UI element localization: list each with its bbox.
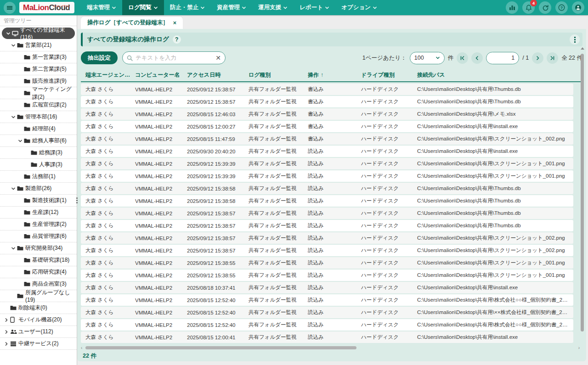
- table-row[interactable]: 大森 さくらVMMAL-HELP22025/09/12 15:38:58共有フォ…: [81, 195, 573, 207]
- cell-6: C:\Users\malion\Desktop\共有用\スクリーンショット_00…: [417, 247, 573, 254]
- tree-item-6[interactable]: 広報宣伝課(2): [0, 99, 77, 111]
- table-row[interactable]: 大森 さくらVMMAL-HELP22025/08/15 12:52:40共有フォ…: [81, 319, 573, 331]
- column-header-3[interactable]: ログ種別: [249, 71, 308, 79]
- table-row[interactable]: 大森 さくらVMMAL-HELP22025/09/12 15:39:39共有フォ…: [81, 170, 573, 182]
- chevron-down-icon[interactable]: [10, 186, 17, 191]
- page-number-input[interactable]: [491, 55, 514, 61]
- account-icon[interactable]: [572, 1, 584, 14]
- tree-item-9[interactable]: 総務人事部(6): [0, 135, 77, 147]
- table-row[interactable]: 大森 さくらVMMAL-HELP22025/09/30 20:40:20共有フォ…: [81, 146, 573, 157]
- table-row[interactable]: 大森 さくらVMMAL-HELP22025/09/12 15:38:57共有フォ…: [81, 245, 573, 256]
- hscroll-left-icon[interactable]: ‹: [81, 345, 82, 350]
- per-page-select[interactable]: 100: [410, 52, 445, 64]
- table-row[interactable]: 大森 さくらVMMAL-HELP22025/08/15 12:00:27共有フォ…: [81, 121, 573, 132]
- prev-page-button[interactable]: [471, 52, 483, 64]
- table-row[interactable]: 大森 さくらVMMAL-HELP22025/09/12 15:38:57共有フォ…: [81, 84, 573, 95]
- tree-item-23[interactable]: 削除端末(0): [0, 302, 77, 314]
- refresh-icon[interactable]: [539, 1, 551, 14]
- chevron-right-icon[interactable]: [3, 318, 10, 322]
- table-row[interactable]: 大森 さくらVMMAL-HELP22025/08/15 12:46:03共有フォ…: [81, 108, 573, 120]
- tree-item-10[interactable]: 総務課(3): [0, 147, 77, 159]
- column-header-6[interactable]: 接続先パス: [417, 71, 573, 79]
- cell-5: ハードディスク: [361, 173, 417, 180]
- tab-label: 操作ログ［すべての登録端末］: [87, 19, 169, 27]
- tree-item-14[interactable]: 製造技術課(1): [0, 195, 77, 207]
- horizontal-scrollbar[interactable]: ‹ ›: [81, 345, 573, 350]
- help-icon[interactable]: ?: [555, 1, 568, 14]
- last-page-button[interactable]: [547, 52, 558, 64]
- vertical-scroll-up-icon[interactable]: [581, 47, 584, 50]
- chevron-down-icon[interactable]: [5, 31, 12, 36]
- tree-item-8[interactable]: 経理部(4): [0, 123, 77, 135]
- cell-6: C:\Users\malion\Desktop\共有用\Thumbs.db: [417, 197, 573, 204]
- first-page-button[interactable]: [457, 52, 468, 64]
- tree-item-3[interactable]: 第二営業課(5): [0, 63, 77, 75]
- column-header-5[interactable]: ドライブ種別: [361, 71, 417, 79]
- tree-item-12[interactable]: 法務部(1): [0, 171, 77, 183]
- column-header-1[interactable]: コンピューター名: [135, 71, 187, 79]
- notifications-icon[interactable]: 4: [522, 1, 535, 14]
- table-row[interactable]: 大森 さくらVMMAL-HELP22025/08/15 12:00:41共有フォ…: [81, 331, 573, 343]
- vertical-scrollbar[interactable]: [581, 52, 584, 341]
- tree-item-19[interactable]: 基礎研究課(18): [0, 254, 77, 266]
- table-row[interactable]: 大森 さくらVMMAL-HELP22025/09/12 15:38:55共有フォ…: [81, 270, 573, 281]
- tree-item-1[interactable]: 営業部(21): [0, 39, 77, 51]
- chevron-right-icon[interactable]: [3, 342, 10, 346]
- help-icon[interactable]: ?: [173, 35, 181, 44]
- menu-item-5[interactable]: レポート: [294, 0, 335, 15]
- chevron-right-icon[interactable]: [3, 330, 10, 334]
- table-row[interactable]: 大森 さくらVMMAL-HELP22025/08/18 10:37:41共有フォ…: [81, 282, 573, 293]
- menu-item-1[interactable]: ログ閲覧: [122, 0, 164, 15]
- tree-item-7[interactable]: 管理本部(16): [0, 111, 77, 123]
- column-header-4[interactable]: 操作↑: [308, 71, 361, 79]
- table-row[interactable]: 大森 さくらVMMAL-HELP22025/09/12 15:38:57共有フォ…: [81, 208, 573, 219]
- tree-item-26[interactable]: 中継サービス(2): [0, 338, 77, 350]
- tree-item-16[interactable]: 生産管理課(2): [0, 219, 77, 230]
- tree-item-13[interactable]: 製造部(26): [0, 183, 77, 195]
- table-row[interactable]: 大森 さくらVMMAL-HELP22025/09/12 15:38:58共有フォ…: [81, 183, 573, 194]
- next-page-button[interactable]: [532, 52, 543, 64]
- tab-operation-log[interactable]: 操作ログ［すべての登録端末］ ×: [81, 17, 183, 29]
- menu-item-2[interactable]: 防止・禁止: [164, 0, 211, 15]
- tree-item-24[interactable]: モバイル機器(20): [0, 314, 77, 326]
- tree-item-2[interactable]: 第一営業課(3): [0, 51, 77, 63]
- tree-item-22[interactable]: 所属グループなし(19): [0, 290, 77, 302]
- clear-search-icon[interactable]: ✕: [215, 55, 221, 61]
- table-row[interactable]: 大森 さくらVMMAL-HELP22025/08/15 12:52:40共有フォ…: [81, 294, 573, 306]
- table-row[interactable]: 大森 さくらVMMAL-HELP22025/09/12 15:38:57共有フォ…: [81, 96, 573, 107]
- search-input[interactable]: [136, 55, 213, 61]
- table-row[interactable]: 大森 さくらVMMAL-HELP22025/09/12 15:38:57共有フォ…: [81, 220, 573, 231]
- tree-item-18[interactable]: 研究開発部(34): [0, 242, 77, 254]
- menu-item-4[interactable]: 運用支援: [252, 0, 294, 15]
- stats-icon[interactable]: [506, 1, 518, 14]
- sidebar-resize-handle[interactable]: [75, 195, 79, 205]
- tree-item-11[interactable]: 人事課(3): [0, 159, 77, 171]
- menu-item-6[interactable]: オプション: [335, 0, 383, 15]
- table-row[interactable]: 大森 さくらVMMAL-HELP22025/09/12 15:38:57共有フォ…: [81, 232, 573, 244]
- brand-logo[interactable]: MaLion マリオンクラウドCloud: [19, 2, 74, 13]
- tree-item-15[interactable]: 生産課(12): [0, 207, 77, 219]
- hscroll-right-icon[interactable]: ›: [578, 345, 580, 350]
- table-row[interactable]: 大森 さくらVMMAL-HELP22025/09/12 15:39:39共有フォ…: [81, 158, 573, 169]
- hamburger-menu-icon[interactable]: [4, 2, 16, 14]
- tab-close-icon[interactable]: ×: [173, 20, 176, 26]
- column-header-0[interactable]: 端末エージェント名: [81, 71, 135, 79]
- column-header-2[interactable]: アクセス日時: [187, 71, 249, 79]
- extract-settings-button[interactable]: 抽出設定: [81, 51, 118, 64]
- tree-item-5[interactable]: マーケティング課(2): [0, 87, 77, 99]
- menu-item-0[interactable]: 端末管理: [81, 0, 122, 15]
- kebab-menu-icon[interactable]: [570, 34, 580, 45]
- table-row[interactable]: 大森 さくらVMMAL-HELP22025/08/15 12:52:40共有フォ…: [81, 307, 573, 318]
- menu-item-3[interactable]: 資産管理: [211, 0, 252, 15]
- chevron-down-icon[interactable]: [17, 139, 24, 143]
- tree-item-25[interactable]: ユーザー(112): [0, 326, 77, 338]
- table-row[interactable]: 大森 さくらVMMAL-HELP22025/09/12 15:38:55共有フォ…: [81, 257, 573, 269]
- tree-item-17[interactable]: 品質管理課(6): [0, 230, 77, 242]
- chevron-down-icon[interactable]: [10, 246, 17, 251]
- tree-item-20[interactable]: 応用研究課(4): [0, 266, 77, 278]
- chevron-down-icon[interactable]: [10, 43, 17, 48]
- table-row[interactable]: 大森 さくらVMMAL-HELP22025/08/15 11:47:59共有フォ…: [81, 133, 573, 145]
- tree-item-0[interactable]: すべての登録端末(116): [2, 28, 75, 39]
- hscroll-thumb[interactable]: [85, 346, 356, 349]
- chevron-down-icon[interactable]: [10, 115, 17, 119]
